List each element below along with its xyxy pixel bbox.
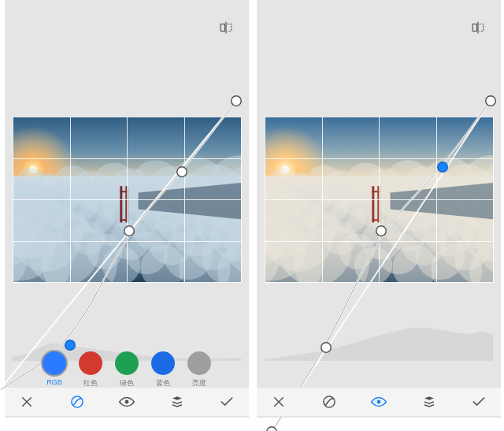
channel-swatch-icon	[151, 351, 175, 375]
curves-icon	[321, 394, 337, 410]
bottom-toolbar	[257, 388, 501, 416]
editor-panel-left: RGB红色绿色蓝色亮度	[5, 0, 249, 418]
compare-icon[interactable]	[219, 20, 233, 35]
photo-preview[interactable]	[265, 117, 493, 282]
curves-button[interactable]	[320, 392, 339, 411]
svg-rect-3	[472, 24, 476, 32]
cancel-button[interactable]	[17, 392, 36, 411]
stack-icon	[170, 395, 184, 409]
compare-icon[interactable]	[471, 20, 485, 35]
x-icon	[272, 395, 286, 409]
eye-icon	[370, 393, 387, 411]
check-icon	[471, 394, 487, 410]
curve-point[interactable]	[124, 227, 133, 236]
curve-point[interactable]	[232, 96, 241, 105]
channel-red[interactable]: 红色	[79, 351, 102, 388]
apply-button[interactable]	[217, 392, 236, 411]
curves-icon	[69, 394, 85, 410]
channel-rgb[interactable]: RGB	[43, 351, 66, 386]
channel-green[interactable]: 绿色	[115, 351, 139, 388]
histogram	[265, 317, 493, 361]
stack-button[interactable]	[420, 392, 439, 411]
curve-point[interactable]	[439, 162, 447, 171]
channel-label: RGB	[46, 378, 62, 386]
x-icon	[20, 395, 34, 409]
svg-point-4	[323, 396, 334, 407]
svg-point-2	[125, 400, 129, 404]
curve-point[interactable]	[487, 96, 495, 105]
stack-button[interactable]	[168, 392, 187, 411]
channel-luma[interactable]: 亮度	[187, 351, 211, 388]
channel-swatch-icon	[79, 351, 102, 375]
channel-blue[interactable]: 蓝色	[151, 351, 175, 388]
curve-point[interactable]	[65, 341, 74, 350]
curve-point[interactable]	[177, 167, 186, 176]
svg-point-1	[71, 396, 82, 407]
eye-button[interactable]	[369, 392, 388, 411]
svg-rect-0	[220, 24, 224, 32]
eye-icon	[118, 393, 135, 411]
stack-icon	[422, 395, 436, 409]
channel-swatch-icon	[43, 351, 66, 375]
channel-swatch-icon	[187, 351, 211, 375]
eye-button[interactable]	[117, 392, 136, 411]
curves-button[interactable]	[68, 392, 87, 411]
curve-point[interactable]	[267, 428, 276, 431]
channel-swatch-icon	[115, 351, 139, 375]
curve-point[interactable]	[322, 343, 331, 351]
svg-point-5	[377, 400, 381, 404]
editor-panel-right	[257, 0, 501, 418]
channel-selector: RGB红色绿色蓝色亮度	[5, 351, 249, 392]
apply-button[interactable]	[469, 392, 488, 411]
check-icon	[219, 394, 235, 410]
curve-point[interactable]	[376, 227, 385, 236]
bottom-toolbar	[5, 388, 249, 416]
photo-preview[interactable]	[13, 117, 241, 282]
cancel-button[interactable]	[269, 392, 288, 411]
